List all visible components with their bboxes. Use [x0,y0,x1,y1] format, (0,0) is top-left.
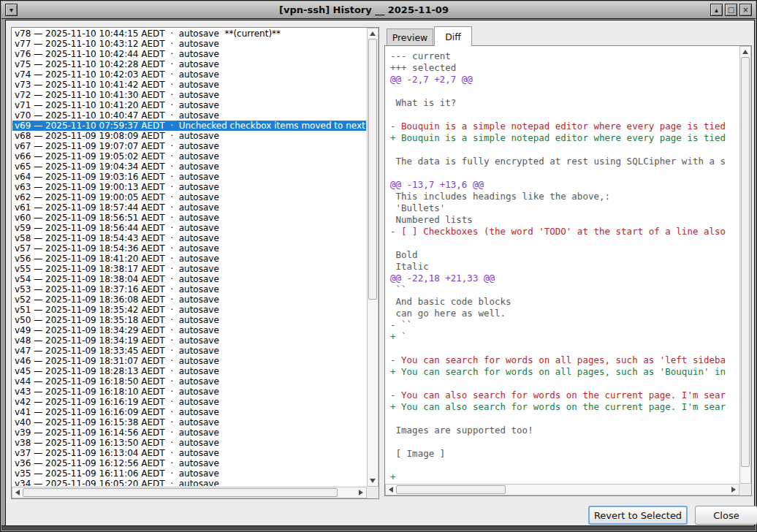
diff-line [390,378,739,390]
history-list-item[interactable]: v74 — 2025-11-10 10:42:03 AEDT · autosav… [12,69,366,80]
history-list-item[interactable]: v49 — 2025-11-09 18:34:29 AEDT · autosav… [12,325,366,335]
diff-line: +++ selected [390,62,739,74]
history-list-item[interactable]: v73 — 2025-11-10 10:41:42 AEDT · autosav… [12,80,366,90]
history-list-item[interactable]: v39 — 2025-11-09 16:14:56 AEDT · autosav… [12,428,366,438]
scroll-right-icon[interactable] [731,487,736,493]
diff-line: @@ -2,7 +2,7 @@ [390,74,739,86]
scroll-down-icon[interactable] [370,479,376,483]
history-list-item[interactable]: v78 — 2025-11-10 10:44:15 AEDT · autosav… [12,28,366,39]
history-list-item[interactable]: v42 — 2025-11-09 16:16:19 AEDT · autosav… [12,397,366,407]
close-icon: × [742,7,748,14]
history-list-item[interactable]: v43 — 2025-11-09 16:18:10 AEDT · autosav… [12,387,366,397]
history-list-item[interactable]: v34 — 2025-11-09 16:05:20 AEDT · autosav… [12,479,366,486]
diff-line: - You can search for words on all pages,… [390,354,739,366]
diff-lines: --- current+++ selected@@ -2,7 +2,7 @@ W… [386,47,739,483]
history-list-item[interactable]: v67 — 2025-11-09 19:07:07 AEDT · autosav… [12,141,366,151]
history-list-item[interactable]: v54 — 2025-11-09 18:38:04 AEDT · autosav… [12,274,366,284]
diff-line [390,109,739,121]
history-list-item[interactable]: v58 — 2025-11-09 18:54:43 AEDT · autosav… [12,233,366,243]
revert-to-selected-button[interactable]: Revert to Selected [588,506,688,525]
scrollbar-corner [367,487,378,498]
vertical-scroll-thumb[interactable] [368,39,377,300]
shade-icon: ▴ [715,7,718,14]
diff-line: + [390,471,739,483]
history-list-item[interactable]: v60 — 2025-11-09 18:56:51 AEDT · autosav… [12,213,366,223]
diff-line [390,167,739,179]
history-list-item[interactable]: v75 — 2025-11-10 10:42:28 AEDT · autosav… [12,59,366,69]
diff-line: And basic code blocks [390,296,739,308]
diff-line [390,343,739,354]
history-list-item[interactable]: v52 — 2025-11-09 18:36:08 AEDT · autosav… [12,294,366,305]
history-list-item[interactable]: v47 — 2025-11-09 18:33:45 AEDT · autosav… [12,346,366,356]
scroll-up-icon[interactable] [370,31,376,36]
scroll-left-icon[interactable] [15,490,20,495]
history-list-item[interactable]: v62 — 2025-11-09 19:00:05 AEDT · autosav… [12,192,366,202]
history-list-item[interactable]: v59 — 2025-11-09 18:56:44 AEDT · autosav… [12,223,366,233]
diff-line: Images are supported too! [390,425,739,436]
history-list-item[interactable]: v48 — 2025-11-09 18:34:19 AEDT · autosav… [12,335,366,346]
scrollbar-corner [739,484,751,495]
window-menu-button[interactable]: ▾ [5,4,18,16]
history-list-item[interactable]: v36 — 2025-11-09 16:12:56 AEDT · autosav… [12,458,366,468]
scroll-up-icon[interactable] [742,50,748,54]
history-list-item[interactable]: v38 — 2025-11-09 16:13:50 AEDT · autosav… [12,438,366,448]
history-list-item[interactable]: v41 — 2025-11-09 16:16:09 AEDT · autosav… [12,407,366,417]
history-list-item[interactable]: v44 — 2025-11-09 16:18:50 AEDT · autosav… [12,376,366,387]
diff-line [390,460,739,471]
history-list-item[interactable]: v50 — 2025-11-09 18:35:18 AEDT · autosav… [12,315,366,325]
scroll-right-icon[interactable] [359,490,363,495]
diff-horizontal-scrollbar[interactable] [385,484,739,495]
history-window: ▾ [vpn-ssh] History __ 2025-11-09 ▴ □ × … [0,0,757,532]
diff-line: `` [390,284,739,296]
history-list-item[interactable]: v45 — 2025-11-09 18:28:13 AEDT · autosav… [12,366,366,376]
history-list-item[interactable]: v63 — 2025-11-09 19:00:13 AEDT · autosav… [12,182,366,192]
history-list-item[interactable]: v40 — 2025-11-09 16:15:38 AEDT · autosav… [12,417,366,428]
history-list-item[interactable]: v68 — 2025-11-09 19:08:09 AEDT · autosav… [12,131,366,141]
history-list-item[interactable]: v69 — 2025-11-10 07:59:37 AEDT · Uncheck… [12,121,366,131]
history-list-item[interactable]: v57 — 2025-11-09 18:54:36 AEDT · autosav… [12,243,366,254]
history-list-horizontal-scrollbar[interactable] [12,487,367,498]
history-list-item[interactable]: v64 — 2025-11-09 19:03:16 AEDT · autosav… [12,172,366,182]
diff-line [390,436,739,448]
history-list-item[interactable]: v72 — 2025-11-10 10:41:30 AEDT · autosav… [12,90,366,100]
horizontal-scroll-thumb[interactable] [23,488,338,497]
diff-line: can go here as well. [390,308,739,319]
vertical-scroll-thumb[interactable] [741,57,750,467]
diff-line [390,144,739,156]
diff-line: --- current [390,50,739,62]
titlebar[interactable]: ▾ [vpn-ssh] History __ 2025-11-09 ▴ □ × [1,1,756,19]
history-list-item[interactable]: v66 — 2025-11-09 19:05:02 AEDT · autosav… [12,151,366,162]
history-list-item[interactable]: v71 — 2025-11-10 10:41:20 AEDT · autosav… [12,100,366,110]
tab-diff[interactable]: Diff [434,26,472,46]
history-list-item[interactable]: v46 — 2025-11-09 18:31:07 AEDT · autosav… [12,356,366,366]
history-list-item[interactable]: v53 — 2025-11-09 18:37:16 AEDT · autosav… [12,284,366,294]
close-window-button[interactable]: × [739,4,752,16]
diff-pane: --- current+++ selected@@ -2,7 +2,7 @@ W… [384,45,752,496]
history-list-rows: v78 — 2025-11-10 10:44:15 AEDT · autosav… [12,28,366,486]
diff-line: [ Image ] [390,448,739,460]
horizontal-scroll-thumb[interactable] [396,485,506,494]
history-list-item[interactable]: v77 — 2025-11-10 10:43:12 AEDT · autosav… [12,39,366,49]
diff-line: - Bouquin is a simple notepad editor whe… [390,121,739,132]
diff-vertical-scrollbar[interactable] [739,46,751,484]
maximize-window-button[interactable]: □ [725,4,737,16]
scroll-left-icon[interactable] [389,487,393,493]
history-list-item[interactable]: v55 — 2025-11-09 18:38:17 AEDT · autosav… [12,264,366,274]
history-list-item[interactable]: v76 — 2025-11-10 10:42:44 AEDT · autosav… [12,49,366,59]
maximize-icon: □ [728,7,734,14]
history-list-item[interactable]: v61 — 2025-11-09 18:57:44 AEDT · autosav… [12,202,366,213]
history-list-item[interactable]: v65 — 2025-11-09 19:04:34 AEDT · autosav… [12,162,366,172]
menu-icon: ▾ [9,7,13,14]
history-list-item[interactable]: v70 — 2025-11-10 10:40:47 AEDT · autosav… [12,110,366,121]
shade-window-button[interactable]: ▴ [710,4,723,16]
history-list-item[interactable]: v51 — 2025-11-09 18:35:42 AEDT · autosav… [12,305,366,315]
diff-line: This includes headings like the above,: [390,191,739,202]
diff-line: - [ ] Checkboxes (the word 'TODO' at the… [390,226,739,238]
close-button[interactable]: Close [695,506,757,525]
history-list-item[interactable]: v56 — 2025-11-09 18:41:20 AEDT · autosav… [12,254,366,264]
history-list-item[interactable]: v35 — 2025-11-09 16:11:06 AEDT · autosav… [12,468,366,479]
history-list-vertical-scrollbar[interactable] [367,28,378,487]
version-history-listbox[interactable]: v78 — 2025-11-10 10:44:15 AEDT · autosav… [11,27,379,499]
history-list-item[interactable]: v37 — 2025-11-09 16:13:04 AEDT · autosav… [12,448,366,458]
tab-preview[interactable]: Preview [387,28,433,46]
